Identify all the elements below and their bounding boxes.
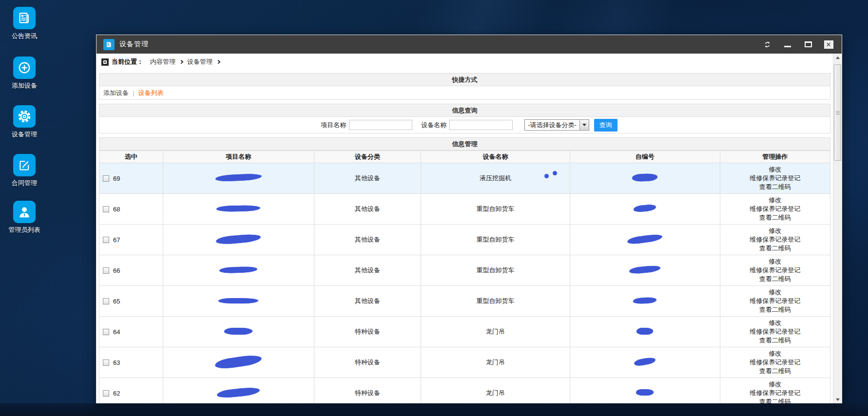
row-operations: 修改维修保养记录登记查看二维码 [720,163,830,194]
column-header-project: 项目名称 [163,151,314,163]
redaction-dot [544,174,549,178]
op-maintenance-record-link[interactable]: 维修保养记录登记 [720,266,830,275]
close-button[interactable]: ✕ [822,39,835,50]
device-category-cell: 特种设备 [314,317,421,347]
device-name-input[interactable] [449,120,513,130]
device-category-cell: 其他设备 [314,255,421,286]
close-icon: ✕ [824,40,833,49]
serial-number-redaction [629,265,661,275]
op-view-qrcode-link[interactable]: 查看二维码 [720,336,830,345]
op-edit-link[interactable]: 修改 [720,227,830,235]
breadcrumb-item-content-mgmt[interactable]: 内容管理 [150,57,175,66]
project-name-redaction [216,205,260,212]
shortcut-separator: | [133,89,134,96]
row-id: 68 [113,206,120,213]
op-view-qrcode-link[interactable]: 查看二维码 [720,183,830,191]
project-name-redaction [216,233,261,245]
op-maintenance-record-link[interactable]: 维修保养记录登记 [720,358,830,367]
vertical-scrollbar[interactable] [833,54,842,403]
sidebar-item-news[interactable]: 公告资讯 [0,7,49,40]
sidebar-item-admin-list[interactable]: 管理员列表 [0,201,49,234]
minimize-button[interactable] [781,39,794,50]
table-section-title: 信息管理 [99,137,830,151]
row-id: 64 [113,328,120,336]
op-maintenance-record-link[interactable]: 维修保养记录登记 [720,389,830,397]
search-button[interactable]: 查询 [594,119,617,132]
scroll-up-button[interactable] [833,54,842,61]
row-checkbox[interactable] [103,175,109,182]
op-view-qrcode-link[interactable]: 查看二维码 [720,367,830,376]
row-checkbox[interactable] [103,390,109,397]
table-header-row: 选中 项目名称 设备分类 设备名称 自编号 管理操作 [99,151,830,163]
row-checkbox[interactable] [103,237,109,243]
row-operations: 修改维修保养记录登记查看二维码 [720,255,830,286]
op-view-qrcode-link[interactable]: 查看二维码 [720,305,830,314]
row-checkbox[interactable] [103,329,109,335]
op-maintenance-record-link[interactable]: 维修保养记录登记 [720,235,830,244]
shortcut-device-list-link[interactable]: 设备列表 [138,89,163,97]
scrollbar-track[interactable] [833,61,842,396]
op-view-qrcode-link[interactable]: 查看二维码 [720,244,830,253]
row-id: 65 [113,298,120,305]
sidebar-item-label: 管理员列表 [0,226,49,234]
op-maintenance-record-link[interactable]: 维修保养记录登记 [720,205,830,213]
sidebar-item-add-device[interactable]: 添加设备 [0,57,49,90]
select-dropdown-button[interactable] [579,120,589,130]
op-view-qrcode-link[interactable]: 查看二维码 [720,397,830,403]
refresh-button[interactable] [761,39,773,50]
op-edit-link[interactable]: 修改 [720,257,830,266]
table-row: 64 特种设备 龙门吊 修改维修保养记录登记查看二维码 [99,317,830,347]
device-management-window: 设备管理 ✕ 当前位置： 内容管理 设备管理 [96,35,842,403]
device-category-select[interactable]: -请选择设备分类- [524,119,589,131]
op-edit-link[interactable]: 修改 [720,165,830,174]
device-name-cell: 重型自卸货车 [421,194,570,225]
serial-number-redaction [634,204,656,213]
breadcrumb-item-device-mgmt[interactable]: 设备管理 [187,57,212,66]
breadcrumb-square-icon [101,58,109,66]
project-name-redaction [224,328,252,335]
news-icon [13,7,36,29]
row-operations: 修改维修保养记录登记查看二维码 [720,347,830,378]
device-name-cell: 重型自卸货车 [421,286,570,317]
op-edit-link[interactable]: 修改 [720,319,830,327]
shortcuts-section: 快捷方式 添加设备 | 设备列表 [99,73,830,100]
op-maintenance-record-link[interactable]: 维修保养记录登记 [720,174,830,183]
window-titlebar[interactable]: 设备管理 ✕ [96,35,842,54]
op-edit-link[interactable]: 修改 [720,196,830,205]
device-name-cell: 重型自卸货车 [421,255,570,286]
maximize-button[interactable] [802,39,814,50]
minimize-icon [784,46,791,47]
sidebar-item-contract-mgmt[interactable]: 合同管理 [0,154,49,188]
project-name-input[interactable] [349,120,412,130]
op-edit-link[interactable]: 修改 [720,349,830,358]
serial-number-redaction [636,389,654,396]
op-maintenance-record-link[interactable]: 维修保养记录登记 [720,327,830,336]
serial-number-redaction [634,357,656,366]
row-checkbox[interactable] [103,298,109,304]
device-category-cell: 其他设备 [314,286,421,317]
row-checkbox[interactable] [103,206,109,212]
scrollbar-thumb[interactable] [834,64,841,161]
chevron-down-icon [582,124,586,126]
scroll-down-button[interactable] [833,396,842,403]
op-edit-link[interactable]: 修改 [720,380,830,389]
scrollbar-grip [836,110,840,115]
device-category-cell: 特种设备 [314,378,421,404]
project-name-label: 项目名称 [321,121,346,130]
row-checkbox[interactable] [103,359,109,366]
row-operations: 修改维修保养记录登记查看二维码 [720,225,830,255]
device-category-cell: 其他设备 [314,225,421,255]
op-maintenance-record-link[interactable]: 维修保养记录登记 [720,297,830,305]
breadcrumb-label: 当前位置： [112,57,143,66]
sidebar-item-label: 设备管理 [0,130,49,139]
op-edit-link[interactable]: 修改 [720,288,830,297]
sidebar-item-label: 合同管理 [0,179,49,188]
row-checkbox[interactable] [103,267,109,274]
chevron-right-icon [179,59,183,63]
device-category-cell: 其他设备 [314,194,421,225]
op-view-qrcode-link[interactable]: 查看二维码 [720,275,830,284]
row-id: 62 [113,390,120,397]
shortcut-add-device-link[interactable]: 添加设备 [103,89,129,97]
sidebar-item-device-mgmt[interactable]: 设备管理 [0,105,49,139]
op-view-qrcode-link[interactable]: 查看二维码 [720,213,830,222]
